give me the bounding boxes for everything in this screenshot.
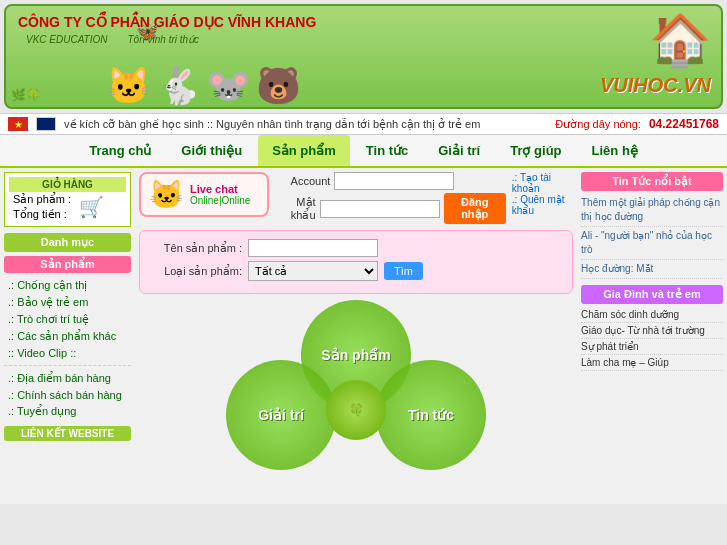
livechat-box[interactable]: 🐱 Live chat Online|Online (139, 172, 269, 217)
vuihoc-logo: VUIHOC.VN (600, 74, 711, 97)
sidebar-item-dia-diem[interactable]: .: Địa điểm bán hàng (4, 370, 131, 387)
flag-uk-icon (36, 117, 56, 131)
search-box: Tên sản phẩm : Loại sản phẩm: Tất cả Chố… (139, 230, 573, 294)
nav-lienhe[interactable]: Liên hệ (578, 135, 652, 166)
product-type-select[interactable]: Tất cả Chống cận thị Bảo vệ trẻ em Trò c… (248, 261, 378, 281)
news-title: Tin Tức nổi bật (581, 172, 723, 191)
leaf-giai-tri[interactable]: Giải trí (226, 360, 336, 470)
product-type-row: Loại sản phẩm: Tất cả Chống cận thị Bảo … (152, 261, 560, 281)
flowers-decoration: 🌿🍀 (11, 88, 41, 102)
cart-san-pham-label: Sản phẩm : (13, 193, 71, 206)
center-content: 🐱 Live chat Online|Online Account Mật kh… (135, 168, 577, 504)
clover-container: Sản phẩm Giải trí Tin tức 🍀 (206, 300, 506, 500)
clover-center: 🍀 (326, 380, 386, 440)
cart-tong-tien-row: Tổng tiền : (9, 207, 75, 222)
product-name-row: Tên sản phẩm : (152, 239, 560, 257)
family-item-3[interactable]: Sự phát triển (581, 339, 723, 355)
lien-ket-website[interactable]: LIÊN KẾT WEBSITE (4, 426, 131, 441)
nav-gioithieu[interactable]: Giới thiệu (167, 135, 256, 166)
password-label: Mật khẩu (275, 196, 315, 222)
forgot-password-link[interactable]: .: Quên mật khẩu (512, 194, 573, 216)
nav-sanpham[interactable]: Sản phẩm (258, 135, 350, 166)
cart-icon[interactable]: 🛒 (79, 195, 104, 219)
sidebar-item-tuyen-dung[interactable]: .: Tuyển dụng (4, 403, 131, 420)
sidebar-item-video-clip[interactable]: :: Video Clip :: (4, 345, 131, 361)
news-item-1[interactable]: Thêm một giải pháp chống cận thị học đườ… (581, 194, 723, 227)
login-links: .: Tạo tài khoản .: Quên mật khẩu (512, 172, 573, 216)
ticker-text: về kích cỡ bàn ghế học sinh :: Nguyên nh… (64, 118, 547, 131)
sidebar-item-cac-san-pham[interactable]: .: Các sản phẩm khác (4, 328, 131, 345)
family-item-4[interactable]: Làm cha mẹ – Giúp (581, 355, 723, 371)
company-name: CÔNG TY CỔ PHẦN GIÁO DỤC VĨNH KHANG (10, 10, 717, 34)
house-decoration: 🏠 (649, 11, 711, 69)
animals-decoration: 🐱 🐇 🐭 🐻 (106, 65, 561, 107)
nav-giairi[interactable]: Giải trí (424, 135, 494, 166)
sidebar-item-chong-can-thi[interactable]: .: Chống cận thị (4, 277, 131, 294)
top-row: 🐱 Live chat Online|Online Account Mật kh… (139, 172, 573, 224)
leaf-tin-tuc-label: Tin tức (408, 407, 454, 423)
rabbit-icon: 🐇 (156, 65, 201, 107)
leaf-tin-tuc[interactable]: Tin tức (376, 360, 486, 470)
login-box: Account Mật khẩu Đăng nhập (275, 172, 506, 224)
search-button[interactable]: Tìm (384, 262, 423, 280)
livechat-avatar-icon: 🐱 (149, 178, 184, 211)
bear-icon: 🐻 (256, 65, 301, 107)
cat-icon: 🐱 (106, 65, 151, 107)
hotline-number: 04.22451768 (649, 117, 719, 131)
account-input[interactable] (334, 172, 454, 190)
butterfly-icon: 🦋 (136, 21, 158, 43)
family-box: Gia Đình và trẻ em Chăm sóc dinh dưỡng G… (581, 285, 723, 371)
sidebar-item-bao-ve-tre-em[interactable]: .: Bảo vệ trẻ em (4, 294, 131, 311)
clover-center-text: 🍀 (349, 403, 364, 417)
livechat-status: Online|Online (190, 195, 250, 206)
nav-trogiup[interactable]: Trợ giúp (496, 135, 575, 166)
livechat-label: Live chat (190, 183, 250, 195)
create-account-link[interactable]: .: Tạo tài khoản (512, 172, 573, 194)
ticker-bar: về kích cỡ bàn ghế học sinh :: Nguyên nh… (0, 113, 727, 135)
cart-title: GIỎ HÀNG (9, 177, 126, 192)
nav-inner: Trang chủ Giới thiệu Sản phẩm Tin tức Gi… (10, 135, 717, 166)
header: CÔNG TY CỔ PHẦN GIÁO DỤC VĨNH KHANG VKC … (4, 4, 723, 109)
password-row: Mật khẩu Đăng nhập (275, 193, 506, 224)
leaf-san-pham-label: Sản phẩm (321, 347, 390, 363)
family-item-2[interactable]: Giáo dục- Từ nhà tới trường (581, 323, 723, 339)
clover-area: Sản phẩm Giải trí Tin tức 🍀 (139, 300, 573, 500)
flag-vietnam-icon (8, 117, 28, 131)
news-item-2[interactable]: Ali - "người bạn" nhỏ của học trò (581, 227, 723, 260)
sidebar-left: GIỎ HÀNG Sản phẩm : Tổng tiền : 🛒 Danh m… (0, 168, 135, 504)
cart-tong-tien-label: Tổng tiền : (13, 208, 67, 221)
login-button[interactable]: Đăng nhập (444, 193, 506, 224)
cart-san-pham-row: Sản phẩm : (9, 192, 75, 207)
cart-box: GIỎ HÀNG Sản phẩm : Tổng tiền : 🛒 (4, 172, 131, 227)
main-content: GIỎ HÀNG Sản phẩm : Tổng tiền : 🛒 Danh m… (0, 168, 727, 504)
hotline-label: Đường dây nóng: (555, 118, 641, 131)
sidebar-item-chinh-sach[interactable]: .: Chính sách bán hàng (4, 387, 131, 403)
account-row: Account (275, 172, 506, 190)
product-type-label: Loại sản phẩm: (152, 265, 242, 278)
sidebar-item-tro-choi[interactable]: .: Trò chơi trí tuệ (4, 311, 131, 328)
nav-trangchu[interactable]: Trang chủ (75, 135, 165, 166)
danh-muc-title: Danh mục (4, 233, 131, 252)
slogan: Tôn vinh tri thức (120, 34, 208, 45)
product-name-input[interactable] (248, 239, 378, 257)
leaf-giai-tri-label: Giải trí (258, 407, 304, 423)
family-item-1[interactable]: Chăm sóc dinh dưỡng (581, 307, 723, 323)
mouse-icon: 🐭 (206, 65, 251, 107)
news-box: Tin Tức nổi bật Thêm một giải pháp chống… (581, 172, 723, 279)
family-title: Gia Đình và trẻ em (581, 285, 723, 304)
account-label: Account (275, 175, 330, 187)
vkc-label: VKC EDUCATION (18, 34, 116, 45)
news-item-3[interactable]: Học đường: Mắt (581, 260, 723, 279)
navigation: Trang chủ Giới thiệu Sản phẩm Tin tức Gi… (0, 135, 727, 168)
livechat-info: Live chat Online|Online (190, 183, 250, 206)
sidebar-divider1 (4, 365, 131, 366)
san-pham-badge: Sản phẩm (4, 256, 131, 273)
sidebar-right: Tin Tức nổi bật Thêm một giải pháp chống… (577, 168, 727, 504)
password-input[interactable] (320, 200, 440, 218)
product-name-label: Tên sản phẩm : (152, 242, 242, 255)
nav-tintuc[interactable]: Tin tức (352, 135, 422, 166)
